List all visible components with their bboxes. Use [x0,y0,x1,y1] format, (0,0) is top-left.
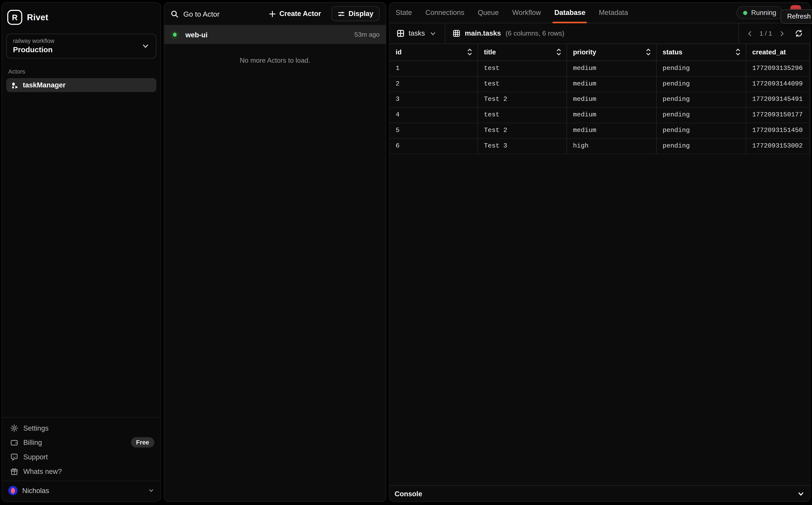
sidebar-item-taskmanager[interactable]: taskManager [6,78,156,92]
table-cell: Test 2 [477,92,566,107]
table-cell: 1772093153002 [746,138,810,154]
actor-list-panel: Go to Actor Create Actor Display [164,2,386,502]
sidebar-item-label: Billing [23,439,42,446]
user-name: Nicholas [22,487,49,494]
chevron-down-icon [148,488,154,494]
brand-row: R Rivet [2,3,161,25]
table-cell: 3 [389,92,477,107]
console-toggle[interactable]: Console [389,485,810,501]
refresh-table-button[interactable] [795,29,803,37]
table-cell: high [566,138,656,154]
chevron-down-icon [429,30,436,37]
actors-section-label: Actors [8,68,154,74]
table-cell: medium [566,76,656,92]
table-row: 1testmediumpending1772093135296 [389,60,810,76]
table-cell: medium [566,92,656,107]
tab-state[interactable]: State [395,3,412,23]
grid-icon [452,29,460,37]
actor-age: 53m ago [354,31,379,38]
sort-icon[interactable] [735,48,740,56]
table-cell: 1 [389,60,477,76]
refresh-tooltip: Refresh [781,9,812,24]
table-cell: pending [656,60,746,76]
table-cell: medium [566,60,656,76]
inspector-tabbar: StateConnectionsQueueWorkflowDatabaseMet… [389,3,810,23]
table-cell: pending [656,92,746,107]
gear-icon [10,424,18,432]
create-actor-button[interactable]: Create Actor [269,10,321,17]
sidebar-item-billing[interactable]: Billing Free [2,435,161,450]
user-menu[interactable]: Nicholas [2,481,161,501]
table-cell: test [477,76,566,92]
sort-icon[interactable] [556,48,561,56]
table-cell: pending [656,138,746,154]
tab-queue[interactable]: Queue [478,3,498,23]
sort-icon[interactable] [646,48,651,56]
status-dot-icon [743,11,747,15]
table-cell: medium [566,107,656,123]
table-cell: 6 [389,138,477,154]
actor-name: web-ui [186,31,354,38]
table-cell: 5 [389,123,477,138]
table-row: 2testmediumpending1772093144099 [389,76,810,92]
column-header-title[interactable]: title [477,44,566,60]
avatar [8,486,18,495]
sidebar-item-whats-new[interactable]: Whats new? [2,464,161,479]
tab-metadata[interactable]: Metadata [599,3,628,23]
table-cell: 1772093135296 [746,60,810,76]
table-name: main.tasks [465,29,501,37]
workflow-selector-value: Production [13,45,141,55]
support-chat-icon [10,453,18,461]
sidebar-item-settings[interactable]: Settings [2,420,161,435]
pagination: 1 / 1 [738,23,810,43]
table-cell: Test 3 [477,138,566,154]
sidebar-item-label: taskManager [23,81,66,89]
column-header-priority[interactable]: priority [566,44,656,60]
table-cell: pending [656,76,746,92]
go-to-actor-search[interactable]: Go to Actor [170,10,265,18]
table-cell: test [477,60,566,76]
display-button[interactable]: Display [331,6,379,21]
workflow-selector[interactable]: railway workflow Production [6,34,156,59]
next-page-button[interactable] [778,30,786,37]
table-cell: pending [656,123,746,138]
table-icon [396,29,404,37]
tab-connections[interactable]: Connections [426,3,464,23]
actor-list-item-web-ui[interactable]: web-ui 53m ago [164,25,386,44]
table-cell: 1772093150177 [746,107,810,123]
tab-database[interactable]: Database [554,3,585,23]
prev-page-button[interactable] [746,30,753,37]
table-cell: medium [566,123,656,138]
brand-name: Rivet [27,12,48,22]
status-badge: Running [736,6,783,19]
column-header-status[interactable]: status [656,44,746,60]
table-cell: 2 [389,76,477,92]
table-cell: 1772093151450 [746,123,810,138]
table-row: 3Test 2mediumpending1772093145491 [389,92,810,107]
database-table-area: idtitleprioritystatuscreated_at1testmedi… [389,44,810,485]
column-header-id[interactable]: id [389,44,477,60]
rivet-app: R Rivet railway workflow Production Acto… [0,0,812,505]
sidebar-item-label: Support [23,453,48,461]
search-placeholder: Go to Actor [183,10,220,18]
actor-status-icon [170,30,179,39]
page-indicator: 1 / 1 [760,30,772,37]
plan-badge: Free [131,437,154,448]
search-icon [170,10,179,18]
table-row: 4testmediumpending1772093150177 [389,107,810,123]
sidebar-item-support[interactable]: Support [2,450,161,464]
table-cell: 1772093144099 [746,76,810,92]
table-row: 6Test 3highpending1772093153002 [389,138,810,154]
sidebar: R Rivet railway workflow Production Acto… [1,2,161,502]
tab-workflow[interactable]: Workflow [512,3,541,23]
table-selector-dropdown[interactable]: tasks [389,23,445,43]
table-cell: 4 [389,107,477,123]
gift-icon [10,468,18,475]
chevron-down-icon [797,490,805,497]
table-cell: test [477,107,566,123]
sort-icon[interactable] [467,48,472,56]
actor-list-empty-text: No more Actors to load. [164,56,386,64]
table-cell: 1772093145491 [746,92,810,107]
table-row: 5Test 2mediumpending1772093151450 [389,123,810,138]
database-table: idtitleprioritystatuscreated_at1testmedi… [389,44,810,154]
